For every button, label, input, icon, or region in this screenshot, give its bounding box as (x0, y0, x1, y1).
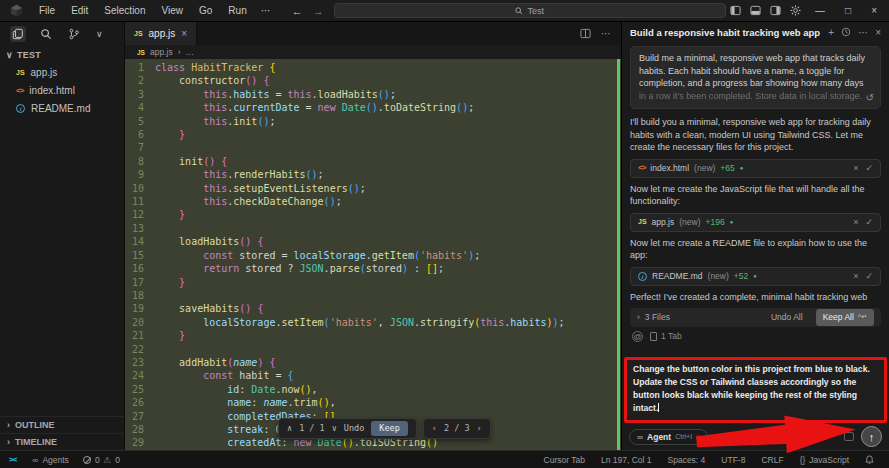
code-line[interactable]: 1class HabitTracker { (125, 61, 621, 74)
accept-file-icon[interactable]: ✓ (865, 162, 873, 175)
code-line[interactable]: 17 } (125, 276, 621, 289)
status-ln-197-col-1[interactable]: Ln 197, Col 1 (594, 455, 659, 465)
problems-status-item[interactable]: 0 ⚠ 0 (76, 455, 127, 465)
menu-edit[interactable]: Edit (64, 3, 95, 18)
accept-file-icon[interactable]: ✓ (865, 270, 873, 283)
file-chip-appjs[interactable]: JS app.js (new) +196 ● × ✓ (630, 213, 881, 232)
menu-selection[interactable]: Selection (97, 3, 152, 18)
views-chevron-down-icon[interactable]: ∨ (94, 27, 105, 41)
nav-forward-button[interactable]: → (313, 5, 324, 17)
status-cursor-tab[interactable]: Cursor Tab (537, 455, 592, 465)
toggle-panel-icon[interactable] (750, 5, 761, 16)
undo-button[interactable]: Undo (344, 422, 364, 435)
window-minimize-button[interactable]: — (815, 5, 825, 16)
code-editor[interactable]: 1class HabitTracker {2 constructor() {3 … (125, 59, 621, 450)
keep-button[interactable]: Keep (371, 421, 407, 436)
panel-outline[interactable]: ›OUTLINE (0, 416, 124, 433)
status-language-javascript[interactable]: {}JavaScript (793, 455, 856, 465)
expand-files-icon[interactable]: › (637, 311, 640, 324)
file-item-index.html[interactable]: <>index.html (0, 81, 124, 99)
source-control-icon[interactable] (66, 26, 82, 42)
command-center-search[interactable]: Test (334, 3, 726, 18)
code-line[interactable]: 11 this.checkDateChange(); (125, 195, 621, 208)
tab-appjs[interactable]: JS app.js × (125, 22, 197, 45)
reject-file-icon[interactable]: × (853, 270, 858, 283)
reject-file-icon[interactable]: × (853, 162, 858, 175)
menu-file[interactable]: File (32, 3, 62, 18)
code-line[interactable]: 9 this.renderHabits(); (125, 168, 621, 181)
tab-close-icon[interactable]: × (181, 28, 187, 39)
notifications-bell-icon[interactable] (858, 455, 881, 465)
code-line[interactable]: 14 loadHabits() { (125, 235, 621, 248)
code-line[interactable]: 15 const stored = localStorage.getItem('… (125, 249, 621, 262)
menu-go[interactable]: Go (192, 3, 219, 18)
status-spaces-4[interactable]: Spaces: 4 (661, 455, 713, 465)
breadcrumb[interactable]: JS app.js › … (125, 45, 621, 59)
chat-close-icon[interactable]: × (875, 27, 881, 38)
accept-file-icon[interactable]: ✓ (865, 216, 873, 229)
code-line[interactable]: 22 (125, 343, 621, 356)
new-chat-icon[interactable]: + (828, 27, 834, 38)
code-line[interactable]: 25 id: Date.now(), (125, 383, 621, 396)
keep-all-button[interactable]: Keep All ^↵ (816, 309, 874, 326)
window-maximize-button[interactable]: □ (845, 5, 851, 16)
code-line[interactable]: 8 init() { (125, 155, 621, 168)
chat-input annotation-highlight-box[interactable]: Change the button color in this project … (624, 357, 887, 423)
remote-indicator[interactable]: >< (0, 455, 25, 464)
user-message[interactable]: Build me a minimal, responsive web app t… (630, 46, 881, 109)
workspace-section-header[interactable]: ∨ TEST (0, 46, 124, 63)
code-line[interactable]: 21 } (125, 329, 621, 342)
panel-timeline[interactable]: ›TIMELINE (0, 433, 124, 450)
code-line[interactable]: 7 (125, 141, 621, 154)
restore-checkpoint-icon[interactable]: ↺ (866, 92, 874, 105)
code-line[interactable]: 4 this.currentDate = new Date().toDateSt… (125, 101, 621, 114)
attach-image-icon[interactable] (844, 432, 854, 441)
agents-status-item[interactable]: ∞ Agents (25, 455, 76, 465)
toggle-secondary-sidebar-icon[interactable] (770, 5, 781, 16)
search-sidebar-icon[interactable] (38, 26, 54, 42)
status-utf-8[interactable]: UTF-8 (714, 455, 752, 465)
code-line[interactable]: 3 this.habits = this.loadHabits(); (125, 88, 621, 101)
file-next-icon[interactable]: › (477, 422, 482, 435)
menu-overflow-button[interactable]: ⋯ (254, 3, 278, 18)
diff-prev-icon[interactable]: ∧ (287, 422, 292, 435)
code-line[interactable]: 16 return stored ? JSON.parse(stored) : … (125, 262, 621, 275)
chat-more-icon[interactable]: ⋯ (858, 27, 868, 38)
code-line[interactable]: 5 this.init(); (125, 115, 621, 128)
nav-back-button[interactable]: ← (292, 5, 303, 17)
file-item-README.md[interactable]: iREADME.md (0, 99, 124, 117)
history-clock-icon[interactable] (841, 27, 851, 37)
code-line[interactable]: 24 const habit = { (125, 369, 621, 382)
code-line[interactable]: 13 (125, 222, 621, 235)
code-line[interactable]: 10 this.setupEventListeners(); (125, 182, 621, 195)
file-item-app.js[interactable]: JSapp.js (0, 63, 124, 81)
diff-next-icon[interactable]: ∨ (332, 422, 337, 435)
undo-all-button[interactable]: Undo All (771, 311, 803, 324)
add-context-button[interactable]: @ (632, 331, 643, 342)
toggle-sidebar-icon[interactable] (730, 5, 741, 16)
code-line[interactable]: 12 } (125, 208, 621, 221)
menu-view[interactable]: View (155, 3, 191, 18)
split-editor-icon[interactable] (580, 28, 591, 39)
reject-file-icon[interactable]: × (853, 216, 858, 229)
code-line[interactable]: 2 constructor() { (125, 74, 621, 87)
readme-file-icon: i (16, 104, 25, 113)
code-line[interactable]: 23 addHabit(name) { (125, 356, 621, 369)
window-close-button[interactable]: × (871, 5, 877, 16)
context-tab-chip[interactable]: 1 Tab (650, 330, 682, 343)
menu-run[interactable]: Run (221, 3, 253, 18)
editor-more-actions-icon[interactable]: ⋯ (601, 28, 611, 39)
file-prev-icon[interactable]: ‹ (432, 422, 437, 435)
code-line[interactable]: 6 } (125, 128, 621, 141)
assistant-message: Perfect! I've created a complete, minima… (630, 291, 881, 304)
file-chip-readme[interactable]: i README.md (new) +52 ● × ✓ (630, 267, 881, 286)
customize-layout-gear-icon[interactable] (790, 5, 801, 16)
code-line[interactable]: 19 saveHabits() { (125, 302, 621, 315)
explorer-icon[interactable] (10, 26, 26, 42)
code-line[interactable]: 20 localStorage.setItem('habits', JSON.s… (125, 316, 621, 329)
code-line[interactable]: 18 (125, 289, 621, 302)
file-chip-indexhtml[interactable]: <> index.html (new) +65 ● × ✓ (630, 159, 881, 178)
status-crlf[interactable]: CRLF (754, 455, 790, 465)
send-button[interactable]: ↑ (861, 426, 882, 447)
code-line[interactable]: 26 name: name.trim(), (125, 396, 621, 409)
